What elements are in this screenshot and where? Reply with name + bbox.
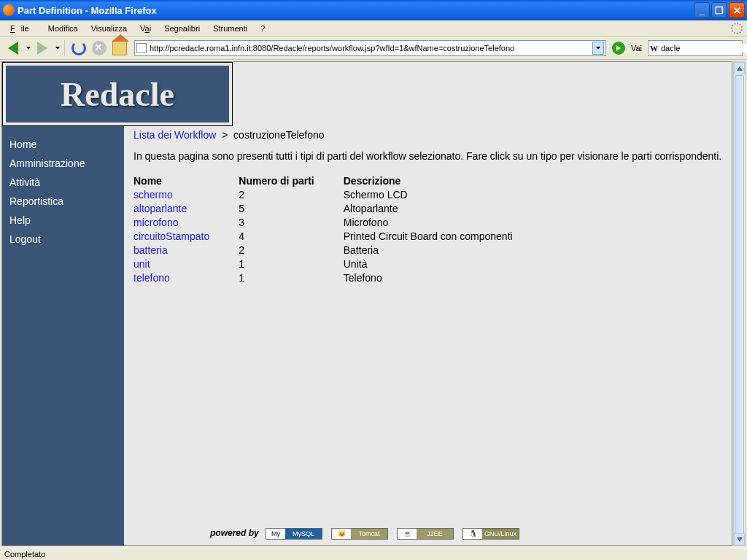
part-desc: Altoparlante xyxy=(344,202,542,216)
nav-toolbar: Vai W xyxy=(0,36,747,60)
part-count: 2 xyxy=(239,244,343,257)
part-link[interactable]: telefono xyxy=(133,272,170,284)
home-button[interactable] xyxy=(111,39,128,57)
sidebar-item-logout[interactable]: Logout xyxy=(9,230,118,249)
table-row: telefono1Telefono xyxy=(133,271,542,285)
breadcrumb-current: costruzioneTelefono xyxy=(233,129,325,141)
window-titlebar: Part Definition - Mozilla Firefox _ ❐ ✕ xyxy=(0,0,747,20)
part-desc: Unità xyxy=(344,257,542,271)
logo-text: Redacle xyxy=(61,75,174,114)
menu-segnalibri[interactable]: Segnalibri xyxy=(158,23,206,34)
part-link[interactable]: altoparlante xyxy=(133,203,187,214)
part-desc: Microfono xyxy=(344,216,542,230)
menu-file[interactable]: File xyxy=(4,23,41,34)
stop-button[interactable] xyxy=(90,39,108,57)
table-row: unit1Unità xyxy=(133,257,542,271)
app-logo: Redacle xyxy=(2,62,233,126)
part-count: 3 xyxy=(239,216,343,230)
breadcrumb: Lista dei Workflow > costruzioneTelefono xyxy=(133,129,726,141)
reload-button[interactable] xyxy=(70,39,88,57)
footer: powered by MyMySQL🐱Tomcat☕J2EE🐧GNU/Linux xyxy=(2,528,732,540)
separator xyxy=(64,40,66,56)
back-dropdown-icon[interactable] xyxy=(26,47,31,50)
forward-dropdown-icon[interactable] xyxy=(55,47,60,50)
parts-table: Nome Numero di parti Descrizione schermo… xyxy=(133,175,542,285)
sidebar-item-attività[interactable]: Attività xyxy=(9,173,118,192)
col-count: Numero di parti xyxy=(239,175,343,188)
throbber-icon xyxy=(731,23,743,34)
close-button[interactable]: ✕ xyxy=(729,2,745,18)
col-name: Nome xyxy=(133,175,239,188)
sidebar-item-reportistica[interactable]: Reportistica xyxy=(9,192,118,211)
powered-badge[interactable]: MyMySQL xyxy=(266,528,322,540)
maximize-button[interactable]: ❐ xyxy=(711,2,727,18)
breadcrumb-root-link[interactable]: Lista dei Workflow xyxy=(133,129,216,141)
part-link[interactable]: circuitoStampato xyxy=(133,230,209,242)
window-title: Part Definition - Mozilla Firefox xyxy=(18,5,694,16)
part-count: 1 xyxy=(239,271,343,285)
part-link[interactable]: schermo xyxy=(133,189,173,201)
part-desc: Telefono xyxy=(344,271,542,285)
status-text: Completato xyxy=(4,550,45,559)
address-bar[interactable] xyxy=(134,40,606,56)
part-link[interactable]: microfono xyxy=(133,217,178,228)
back-button[interactable] xyxy=(4,39,22,57)
page-viewport: Redacle HomeAmministrazioneAttivitàRepor… xyxy=(1,61,732,546)
site-icon xyxy=(136,43,147,53)
url-dropdown-button[interactable] xyxy=(592,42,604,55)
breadcrumb-sep: > xyxy=(222,129,228,141)
powered-badge[interactable]: ☕J2EE xyxy=(397,528,454,540)
table-row: batteria2Batteria xyxy=(133,244,542,257)
forward-button[interactable] xyxy=(34,39,51,57)
url-input[interactable] xyxy=(150,44,592,52)
sidebar-item-amministrazione[interactable]: Amministrazione xyxy=(9,154,118,173)
minimize-button[interactable]: _ xyxy=(694,2,710,18)
search-box[interactable]: W xyxy=(648,40,743,56)
search-input[interactable] xyxy=(661,44,747,52)
part-link[interactable]: unit xyxy=(133,258,150,270)
sidebar-item-home[interactable]: Home xyxy=(9,135,118,154)
go-label: Vai xyxy=(631,44,642,52)
col-desc: Descrizione xyxy=(344,175,542,188)
menu-help[interactable]: ? xyxy=(255,23,271,34)
intro-text: In questa pagina sono presenti tutti i t… xyxy=(133,149,726,163)
firefox-icon xyxy=(3,4,15,16)
status-bar: Completato xyxy=(0,548,747,560)
sidebar-item-help[interactable]: Help xyxy=(9,211,118,230)
table-row: schermo2Schermo LCD xyxy=(133,188,542,202)
menu-strumenti[interactable]: Strumenti xyxy=(207,23,253,34)
scroll-up-button[interactable] xyxy=(734,62,745,74)
part-count: 1 xyxy=(239,257,343,271)
part-desc: Printed Circuit Board con componenti xyxy=(344,230,542,244)
table-row: altoparlante5Altoparlante xyxy=(133,202,542,216)
table-row: circuitoStampato4Printed Circuit Board c… xyxy=(133,230,542,244)
part-count: 2 xyxy=(239,188,343,202)
part-count: 5 xyxy=(239,202,343,216)
scroll-down-button[interactable] xyxy=(734,533,745,545)
table-row: microfono3Microfono xyxy=(133,216,542,230)
go-button[interactable] xyxy=(612,42,625,55)
powered-badge[interactable]: 🐱Tomcat xyxy=(331,528,388,540)
menu-vai[interactable]: Vai xyxy=(134,23,157,34)
menu-visualizza[interactable]: Visualizza xyxy=(85,23,133,34)
wikipedia-icon: W xyxy=(650,44,658,52)
vertical-scrollbar[interactable] xyxy=(733,61,746,546)
part-link[interactable]: batteria xyxy=(133,244,168,256)
powered-badge[interactable]: 🐧GNU/Linux xyxy=(462,528,519,540)
part-desc: Schermo LCD xyxy=(344,188,542,202)
scroll-thumb[interactable] xyxy=(735,75,744,534)
menu-modifica[interactable]: Modifica xyxy=(42,23,84,34)
part-desc: Batteria xyxy=(344,244,542,257)
part-count: 4 xyxy=(239,230,343,244)
sidebar-nav: HomeAmministrazioneAttivitàReportisticaH… xyxy=(2,126,124,545)
powered-label: powered by xyxy=(210,528,259,538)
